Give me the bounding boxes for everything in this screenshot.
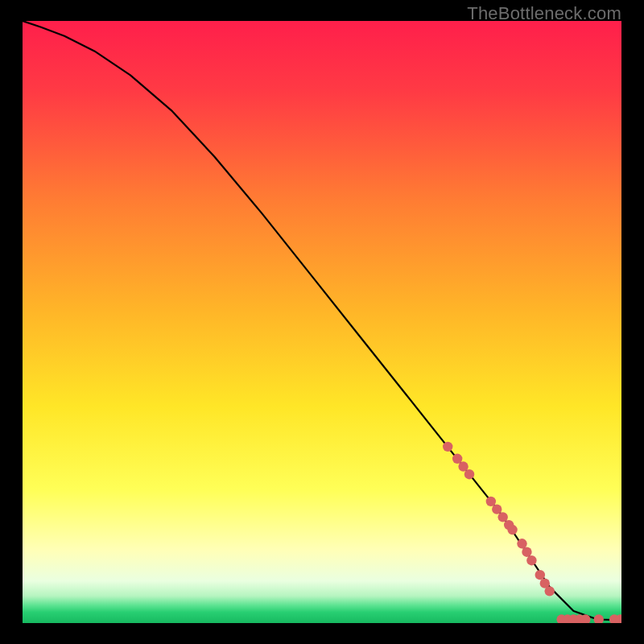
data-point-marker (535, 570, 545, 580)
data-point-marker (486, 497, 496, 506)
data-point-marker (522, 547, 531, 557)
data-point-marker (517, 539, 526, 548)
data-point-marker (497, 512, 507, 522)
data-point-marker (452, 454, 462, 464)
data-point-marker (443, 442, 452, 452)
chart-frame (23, 21, 621, 623)
data-point-marker (545, 586, 555, 596)
data-point-marker (492, 504, 502, 514)
data-point-marker (464, 469, 474, 479)
watermark-text: TheBottleneck.com (467, 3, 621, 24)
data-point-marker (526, 555, 536, 565)
gradient-background (23, 21, 621, 623)
data-point-marker (458, 461, 468, 471)
data-point-marker (507, 525, 517, 535)
bottleneck-chart (23, 21, 621, 623)
